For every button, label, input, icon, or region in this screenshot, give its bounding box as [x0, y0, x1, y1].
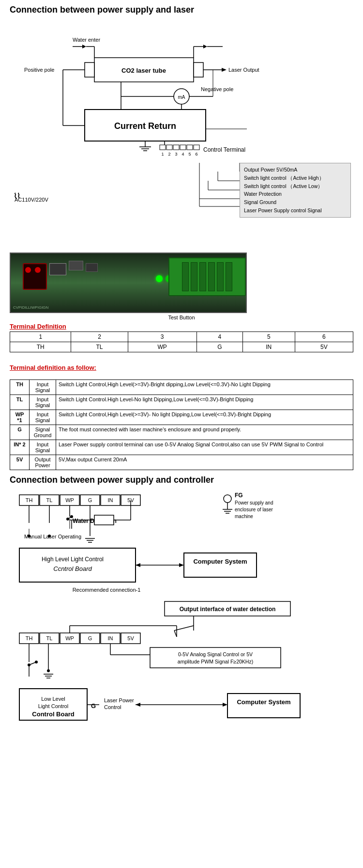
svg-rect-9 — [85, 63, 94, 77]
label-item-4: Water Protection — [244, 190, 347, 198]
svg-marker-150 — [136, 703, 140, 707]
svg-text:5: 5 — [188, 152, 191, 157]
svg-text:TH: TH — [26, 635, 33, 641]
terminal-val-2: TL — [71, 342, 128, 352]
def-type-th: Input Signal — [30, 380, 56, 395]
svg-text:WP: WP — [65, 635, 74, 641]
terminal-header-3: 3 — [128, 332, 197, 342]
label-item-6: Laser Power Supply control Signal — [244, 206, 347, 215]
svg-text:WP: WP — [65, 497, 74, 503]
def-type-wp: Input Signal — [30, 410, 56, 425]
diagram2-container: TH TL WP G IN 5V FG Power supply and enc… — [10, 490, 353, 597]
svg-text:TH: TH — [26, 497, 33, 503]
terminal-val-5: IN — [242, 342, 295, 352]
svg-rect-31 — [173, 145, 179, 150]
svg-text:IN: IN — [108, 497, 113, 503]
def-desc-5v: 5V,Max output Current 20mA — [56, 455, 353, 470]
ac-symbol: ⌇⌇ — [14, 192, 20, 200]
def-type-in: Input Signal — [30, 440, 56, 455]
svg-text:machine: machine — [235, 514, 253, 519]
svg-text:G: G — [91, 702, 96, 710]
laser-output-label: Laser Output — [228, 67, 259, 73]
diagram1-svg: Water enter CO2 laser tube — [10, 20, 353, 160]
svg-text:Control Board: Control Board — [32, 710, 74, 718]
def-name-tl: TL — [10, 395, 30, 410]
pcb-text: CVPIDILLIWPIGIGN — [13, 305, 48, 310]
svg-text:3: 3 — [175, 152, 177, 157]
svg-rect-146 — [227, 694, 300, 718]
svg-text:G: G — [88, 497, 92, 503]
def-desc-wp: Switch Light Control,High Level(>=3V)- N… — [56, 410, 353, 425]
svg-text:5V: 5V — [127, 635, 134, 641]
def-row-tl: TL Input Signal Switch Light Control.Hig… — [10, 395, 353, 410]
water-enter-label: Water enter — [73, 37, 100, 43]
svg-text:0-5V Analog Signal Control or : 0-5V Analog Signal Control or 5V — [178, 651, 253, 657]
def-name-in: IN* 2 — [10, 440, 30, 455]
terminal-header-5: 5 — [242, 332, 295, 342]
svg-text:Light Control: Light Control — [38, 703, 68, 709]
diagram1-container: Water enter CO2 laser tube — [10, 20, 353, 160]
def-row-wp: WP *1 Input Signal Switch Light Control,… — [10, 410, 353, 425]
def-row-in: IN* 2 Input Signal Laser Power supply co… — [10, 440, 353, 455]
svg-text:1: 1 — [161, 152, 164, 157]
svg-text:Power supply and: Power supply and — [235, 500, 273, 505]
svg-line-107 — [174, 626, 194, 631]
terminal-header-2: 2 — [71, 332, 128, 342]
svg-rect-136 — [150, 647, 281, 668]
terminal-val-6: 5V — [295, 342, 353, 352]
svg-text:Manual Laser Operating: Manual Laser Operating — [24, 534, 81, 539]
def-name-wp: WP *1 — [10, 410, 30, 425]
def-row-g: G Signal Ground The foot must connected … — [10, 425, 353, 440]
def-name-5v: 5V — [10, 455, 30, 470]
labels-box: Output Power 5V/50mA Switch light contro… — [240, 163, 351, 218]
svg-text:FG: FG — [235, 492, 243, 499]
svg-text:Control: Control — [104, 704, 121, 710]
diagram2-svg: TH TL WP G IN 5V FG Power supply and enc… — [10, 490, 353, 597]
def-desc-in: Laser Power supply control terminal can … — [56, 440, 353, 455]
test-button-label: Test Button — [10, 315, 353, 320]
def-desc-tl: Switch Light Control.High Level-No light… — [56, 395, 353, 410]
svg-text:Output interface of water dete: Output interface of water detection — [180, 606, 276, 613]
def-name-g: G — [10, 425, 30, 440]
svg-marker-149 — [223, 703, 227, 707]
svg-text:G: G — [88, 635, 92, 641]
svg-point-130 — [47, 669, 50, 672]
section1-title: Connection between power supply and lase… — [10, 5, 353, 15]
svg-line-127 — [29, 662, 36, 665]
terminal-definition-title: Terminal Definition — [10, 323, 353, 330]
positive-pole-label: Positive pole — [24, 67, 54, 73]
current-return-label: Current Return — [114, 121, 176, 131]
def-row-5v: 5V Output Power 5V,Max output Current 20… — [10, 455, 353, 470]
diagram3-svg: Output interface of water detection TH T… — [10, 599, 353, 725]
svg-text:IN: IN — [108, 635, 113, 641]
def-row-th: TH Input Signal Switch Light Control,Hig… — [10, 380, 353, 395]
svg-marker-5 — [203, 45, 207, 48]
label-item-3: Switch light control （Active Low） — [244, 182, 347, 190]
svg-text:amplitude PWM Signal F≥20KHz): amplitude PWM Signal F≥20KHz) — [178, 659, 253, 664]
svg-text:High Level Light Control: High Level Light Control — [42, 556, 104, 563]
label-item-1: Output Power 5V/50mA — [244, 166, 347, 174]
section2-title: Connection between power supply and cont… — [10, 475, 353, 485]
svg-text:TL: TL — [46, 635, 53, 641]
def-type-5v: Output Power — [30, 455, 56, 470]
terminal-header-4: 4 — [197, 332, 242, 342]
negative-pole-label: Negative pole — [201, 86, 233, 92]
svg-text:Recommended connection-1: Recommended connection-1 — [73, 587, 141, 593]
terminal-as-follow-title: Terminal definition as follow: — [10, 364, 353, 371]
def-desc-g: The foot must connected with laser machi… — [56, 425, 353, 440]
svg-marker-101 — [179, 563, 184, 567]
pcb-photo-section: CVPIDILLIWPIGIGN — [10, 253, 353, 313]
svg-marker-1 — [82, 45, 86, 48]
terminal-val-1: TH — [10, 342, 71, 352]
svg-rect-98 — [184, 553, 257, 577]
svg-rect-33 — [187, 145, 193, 150]
svg-rect-10 — [194, 63, 203, 77]
def-type-g: Signal Ground — [30, 425, 56, 440]
label-item-5: Signal Ground — [244, 198, 347, 206]
diagram3-container: Output interface of water detection TH T… — [10, 599, 353, 725]
svg-point-89 — [48, 535, 51, 537]
svg-rect-34 — [194, 145, 199, 150]
svg-text:2: 2 — [168, 152, 170, 157]
svg-text:Computer System: Computer System — [237, 698, 290, 706]
svg-text:Laser Power: Laser Power — [104, 697, 134, 703]
